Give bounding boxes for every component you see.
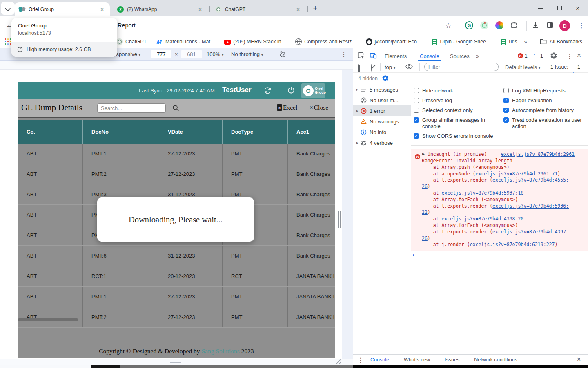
colorwheel-extension-icon[interactable] bbox=[495, 21, 503, 29]
browser-tab-whatsapp[interactable]: (2) WhatsApp × bbox=[113, 2, 208, 16]
footer-link[interactable]: Sang Solutions bbox=[201, 348, 239, 355]
new-tab-button[interactable]: + bbox=[310, 3, 320, 13]
bookmarks-overflow-icon[interactable]: » bbox=[524, 38, 527, 45]
settings-checkbox-row[interactable]: ✓Group similar messages in console bbox=[414, 117, 500, 129]
table-row[interactable]: ABTPMT:227-12-2023PMTJANATA BANK LIM bbox=[18, 307, 335, 328]
devtools-tab-sources[interactable]: Sources bbox=[450, 53, 470, 59]
table-row[interactable]: ABTPMT:127-12-2023PMTBank Charges bbox=[18, 144, 335, 164]
device-toolbar-menu-icon[interactable]: ⋮ bbox=[341, 50, 347, 58]
stack-source-link[interactable]: exceljs.js?v=87e79b4d:4398:20 bbox=[441, 216, 523, 222]
stack-source-link[interactable]: 26 bbox=[422, 184, 428, 189]
stack-source-link[interactable]: exceljs.js?v=87e79b4d:4397: bbox=[492, 229, 569, 235]
checkbox-checked-icon[interactable]: ✓ bbox=[503, 108, 509, 113]
tab-close-icon[interactable]: × bbox=[294, 6, 302, 13]
console-sidebar-item[interactable]: ▸5 messages bbox=[353, 84, 411, 95]
settings-checkbox-row[interactable]: Log XMLHttpRequests bbox=[503, 88, 587, 94]
expand-arrow-icon[interactable]: ▸ bbox=[356, 141, 361, 145]
side-panel-icon[interactable] bbox=[547, 22, 553, 28]
checkbox-checked-icon[interactable]: ✓ bbox=[414, 133, 419, 139]
refresh-icon[interactable] bbox=[263, 86, 272, 97]
zoom-select[interactable]: 100% ▾ bbox=[207, 51, 223, 57]
console-sidebar-item[interactable]: No user m... bbox=[353, 95, 411, 105]
devtools-tab-console[interactable]: Console bbox=[420, 53, 439, 59]
capture-extension-icon[interactable] bbox=[480, 21, 488, 29]
settings-checkbox-row[interactable]: Hide network bbox=[414, 88, 500, 94]
window-maximize-button[interactable] bbox=[557, 6, 562, 10]
checkbox-unchecked-icon[interactable] bbox=[414, 98, 419, 103]
expand-arrow-icon[interactable]: ▸ bbox=[356, 109, 361, 113]
drawer-menu-icon[interactable]: ⋮ bbox=[357, 356, 364, 364]
checkbox-checked-icon[interactable]: ✓ bbox=[414, 117, 419, 123]
drawer-tab-issues[interactable]: Issues bbox=[444, 355, 460, 366]
bookmark-item[interactable]: (209) MERN Stack in... bbox=[224, 39, 285, 45]
stack-source-link[interactable]: exceljs.js?v=87e79b4d:4555: bbox=[492, 177, 569, 183]
live-expression-eye-icon[interactable] bbox=[405, 64, 413, 71]
all-bookmarks-button[interactable]: All Bookmarks bbox=[550, 39, 582, 45]
viewport-drag-handle[interactable] bbox=[170, 361, 181, 361]
window-minimize-button[interactable] bbox=[538, 8, 543, 9]
hidden-count-text[interactable]: 4 hidden bbox=[358, 76, 378, 81]
settings-checkbox-row[interactable]: Preserve log bbox=[414, 97, 500, 103]
drawer-close-icon[interactable]: × bbox=[577, 356, 581, 363]
settings-checkbox-row[interactable]: ✓Autocomplete from history bbox=[503, 107, 587, 113]
console-filter-input[interactable] bbox=[424, 63, 499, 71]
console-sidebar-item[interactable]: ▸1 error bbox=[353, 105, 411, 116]
vertical-scrollbar-thumb[interactable] bbox=[338, 211, 341, 228]
address-bar-text[interactable]: Report bbox=[118, 22, 136, 29]
viewport-height-input[interactable]: 681 bbox=[181, 50, 202, 58]
settings-checkbox-row[interactable]: ✓Eager evaluation bbox=[503, 97, 587, 103]
extensions-puzzle-icon[interactable] bbox=[510, 22, 518, 31]
stack-source-link[interactable]: exceljs.js?v=87e79b4d:6219:227 bbox=[470, 242, 555, 247]
bookmark-item[interactable]: urls bbox=[500, 39, 517, 45]
apps-grid-icon[interactable] bbox=[5, 38, 12, 45]
window-close-button[interactable]: × bbox=[576, 5, 579, 12]
bookmark-item[interactable]: Material Icons - Mat... bbox=[156, 38, 214, 45]
drawer-tab-what-s-new[interactable]: What's new bbox=[403, 355, 431, 366]
table-row[interactable]: ABTPMT:631-12-2023PMTBank Charges bbox=[18, 246, 335, 266]
search-input[interactable] bbox=[97, 103, 166, 113]
browser-tab-chatgpt[interactable]: ChatGPT × bbox=[211, 2, 306, 16]
settings-checkbox-row[interactable]: Selected context only bbox=[414, 107, 500, 113]
console-settings-gear-icon[interactable] bbox=[382, 75, 389, 83]
power-logout-icon[interactable] bbox=[287, 86, 296, 96]
table-row[interactable]: ABTRCT:120-12-2023RCTJANATA BANK LIM bbox=[18, 266, 335, 287]
stack-source-link[interactable]: exceljs.js?v=87e79b4d:5937:18 bbox=[441, 190, 523, 196]
horizontal-scrollbar-thumb[interactable] bbox=[18, 318, 78, 321]
settings-checkbox-row[interactable]: ✓Show CORS errors in console bbox=[414, 133, 500, 139]
settings-checkbox-row[interactable]: ✓Treat code evaluation as user action bbox=[503, 117, 587, 129]
devtools-menu-icon[interactable]: ⋮ bbox=[566, 52, 573, 60]
stack-source-link[interactable]: exceljs.js?v=87e79b4d:2961:71 bbox=[476, 171, 558, 177]
browser-tab-oriel[interactable]: Oriel Group × bbox=[15, 2, 110, 16]
console-sidebar-toggle-icon[interactable] bbox=[358, 64, 359, 72]
clear-console-icon[interactable] bbox=[371, 64, 372, 72]
log-levels-select[interactable]: Default levels ▾ bbox=[505, 64, 540, 70]
column-header[interactable]: DocNo bbox=[83, 120, 159, 144]
stack-source-link[interactable]: exceljs.js?v=87e79b4d:5936: bbox=[492, 203, 569, 209]
column-header[interactable]: DocType bbox=[223, 120, 288, 144]
profile-avatar[interactable]: D bbox=[559, 20, 570, 31]
checkbox-checked-icon[interactable]: ✓ bbox=[503, 117, 509, 123]
viewport-resize-handle[interactable] bbox=[336, 359, 341, 364]
device-toolbar-toggle-icon[interactable] bbox=[370, 52, 377, 61]
bookmark-item[interactable]: jvlcode/jvlcart: Eco... bbox=[366, 38, 421, 45]
context-select[interactable]: top ▾ bbox=[385, 64, 395, 70]
expand-triangle-icon[interactable]: ▶ bbox=[422, 152, 425, 156]
search-icon[interactable] bbox=[172, 105, 179, 113]
throttling-select[interactable]: No throttling ▾ bbox=[231, 51, 263, 57]
stack-source-link[interactable]: 22 bbox=[422, 209, 428, 215]
viewport-width-input[interactable]: 777 bbox=[151, 50, 172, 58]
expand-arrow-icon[interactable]: ▸ bbox=[356, 88, 361, 92]
drawer-tab-network-conditions[interactable]: Network conditions bbox=[473, 355, 518, 366]
issue-counter[interactable]: 1 Issue: bbox=[550, 64, 568, 70]
bookmark-item[interactable]: ChatGPT bbox=[116, 38, 147, 45]
checkbox-unchecked-icon[interactable] bbox=[414, 108, 419, 113]
devtools-settings-gear-icon[interactable] bbox=[550, 52, 557, 61]
bookmark-item[interactable]: Dipin - Google Shee... bbox=[431, 39, 490, 45]
bookmark-item[interactable]: Compress and Resiz... bbox=[295, 38, 356, 45]
rotate-viewport-icon[interactable] bbox=[278, 50, 286, 60]
drawer-tab-console[interactable]: Console bbox=[370, 355, 390, 366]
table-row[interactable]: ABTPMT:127-12-2023PMTJANATA BANK LIM bbox=[18, 287, 335, 307]
devtools-tab-elements[interactable]: Elements bbox=[385, 53, 407, 59]
table-row[interactable]: ABTPMT:227-12-2023PMTBank Charges bbox=[18, 164, 335, 184]
error-source-link[interactable]: exceljs.js?v=87e79b4d:2961 bbox=[501, 151, 575, 158]
